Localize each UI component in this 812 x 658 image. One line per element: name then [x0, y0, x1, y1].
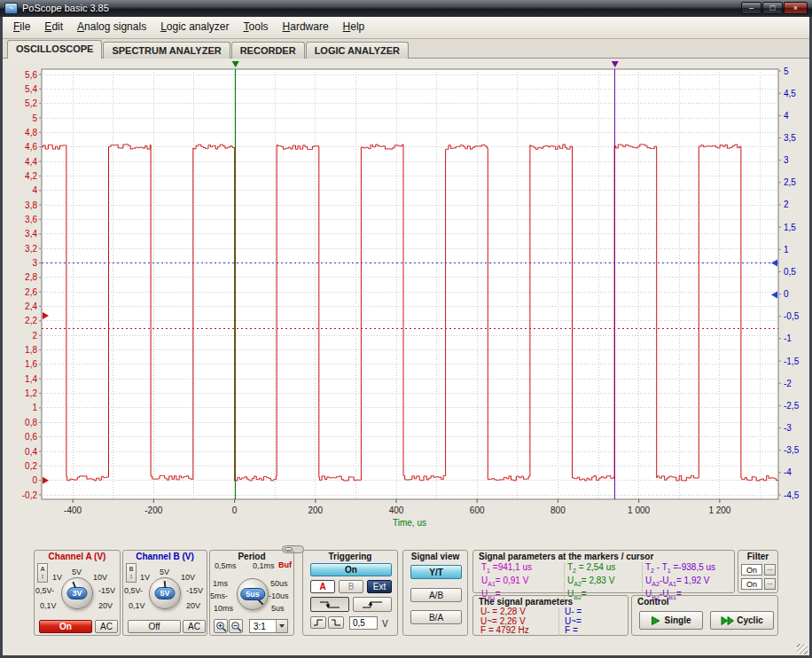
- svg-text:0,8: 0,8: [25, 418, 37, 427]
- svg-text:-4: -4: [784, 467, 792, 477]
- maximize-button[interactable]: □: [762, 2, 783, 14]
- zoom-ratio-select[interactable]: 3:1: [249, 619, 288, 633]
- x-axis-labels: -400-20002004006008001 0001 200: [64, 499, 731, 515]
- svg-text:1,6: 1,6: [25, 359, 37, 369]
- app-window: ~ PoScope basic 3.85 – □ × FileEditAnalo…: [0, 0, 812, 658]
- title-bar[interactable]: ~ PoScope basic 3.85 – □ ×: [0, 0, 812, 17]
- falling-edge-icon: [318, 599, 341, 610]
- magnifier-plus-icon: [215, 621, 227, 632]
- close-button[interactable]: ×: [784, 2, 808, 14]
- svg-text:1,4: 1,4: [25, 374, 37, 384]
- channel-b-coupling-button[interactable]: AC: [183, 620, 206, 633]
- filter-a-settings-button[interactable]: ...: [764, 564, 776, 576]
- trigger-source-b-button[interactable]: B: [339, 580, 363, 593]
- signal-param-line: F = 4792 Hz: [480, 626, 529, 636]
- view-ab-button[interactable]: A/B: [410, 588, 462, 602]
- triggering-group: Triggering On A B Ext 0,5 V: [302, 550, 398, 636]
- plot-frame: [42, 69, 778, 499]
- menu-item-edit[interactable]: Edit: [37, 17, 70, 38]
- trigger-slope-rising-button[interactable]: [353, 597, 392, 612]
- control-title: Control: [632, 597, 777, 607]
- knob-scale-label: 0,1ms: [253, 561, 275, 570]
- svg-text:5,6: 5,6: [25, 70, 37, 80]
- signal-params-channel-a: U- = 2,28 VU~= 2,26 VF = 4792 Hz: [480, 607, 529, 636]
- window-controls: – □ ×: [741, 2, 808, 14]
- channel-a-group: Channel A (V) A ↕ 5V 1V 10V 0,5V- -15V 0…: [34, 550, 121, 636]
- knob-scale-label: 5V: [160, 568, 169, 576]
- menu-item-tools[interactable]: Tools: [237, 17, 276, 38]
- tab-oscilloscope[interactable]: OSCILLOSCOPE: [7, 40, 102, 59]
- svg-text:5,4: 5,4: [25, 84, 37, 94]
- marker-param-value: UA2= 2,83 V: [564, 576, 642, 589]
- menu-item-file[interactable]: File: [6, 17, 37, 38]
- knob-scale-label: -10us: [269, 591, 289, 600]
- svg-text:2,5: 2,5: [784, 177, 796, 187]
- svg-text:5: 5: [784, 67, 789, 76]
- minimize-button[interactable]: –: [741, 2, 761, 14]
- window-resize-grip[interactable]: [797, 644, 808, 654]
- menu-item-hardware[interactable]: Hardware: [276, 17, 336, 38]
- tab-bar: OSCILLOSCOPESPECTRUM ANALYZERRECORDERLOG…: [3, 39, 809, 59]
- up-down-arrow-icon: ↕: [129, 573, 133, 579]
- period-value: 5us: [240, 588, 265, 600]
- channel-b-range-knob[interactable]: 5V: [149, 577, 181, 609]
- svg-text:-2: -2: [784, 379, 792, 388]
- knob-scale-label: 5ms-: [210, 591, 228, 600]
- svg-text:2,6: 2,6: [25, 287, 37, 297]
- svg-text:4: 4: [32, 185, 37, 195]
- svg-text:1,2: 1,2: [25, 388, 37, 398]
- view-ba-button[interactable]: B/A: [410, 610, 462, 624]
- svg-text:0: 0: [784, 289, 789, 299]
- svg-text:3,4: 3,4: [25, 229, 37, 239]
- period-knob[interactable]: 5us: [237, 578, 269, 610]
- channel-a-power-button[interactable]: On: [39, 620, 92, 633]
- svg-text:-0,2: -0,2: [22, 490, 38, 500]
- svg-text:-3,5: -3,5: [784, 445, 800, 455]
- channel-a-coupling-button[interactable]: AC: [95, 620, 118, 633]
- edge-up-icon: [313, 618, 324, 627]
- svg-text:0,6: 0,6: [25, 432, 37, 442]
- tab-spectrum-analyzer[interactable]: SPECTRUM ANALYZER: [103, 42, 230, 59]
- menu-item-analog-signals[interactable]: Analog signals: [70, 17, 153, 38]
- menu-item-logic-analyzer[interactable]: Logic analyzer: [153, 17, 236, 38]
- trigger-source-ext-button[interactable]: Ext: [367, 580, 392, 593]
- zoom-in-button[interactable]: [214, 619, 228, 633]
- zoom-out-button[interactable]: [229, 619, 243, 633]
- channel-b-power-button[interactable]: Off: [128, 620, 181, 633]
- trigger-level-unit: V: [382, 619, 388, 629]
- trigger-on-button[interactable]: On: [310, 563, 392, 576]
- filter-b-on-toggle[interactable]: On: [741, 578, 762, 590]
- channel-a-range-knob[interactable]: 3V: [61, 577, 93, 609]
- knob-scale-label: 10V: [181, 573, 195, 582]
- tab-recorder[interactable]: RECORDER: [231, 42, 305, 59]
- menu-item-help[interactable]: Help: [336, 17, 372, 38]
- svg-text:-1,5: -1,5: [784, 356, 800, 366]
- svg-text:1 000: 1 000: [628, 505, 650, 515]
- trigger-level-input[interactable]: 0,5: [349, 616, 378, 630]
- svg-text:1,5: 1,5: [784, 223, 796, 232]
- trigger-source-a-button[interactable]: A: [310, 580, 335, 593]
- channel-b-position-control[interactable]: B ↕: [126, 563, 137, 583]
- channel-a-position-control[interactable]: A ↕: [37, 563, 48, 583]
- filter-b-settings-button[interactable]: ...: [764, 578, 776, 590]
- knob-scale-label: -15V: [186, 586, 203, 595]
- cyclic-button[interactable]: Cyclic: [710, 611, 774, 630]
- svg-text:4,8: 4,8: [25, 128, 37, 137]
- marker-param-value: T1 =941,1 us: [479, 562, 564, 576]
- knob-scale-label: -15V: [98, 586, 115, 595]
- oscilloscope-plot[interactable]: 5,65,45,254,84,64,44,243,83,63,43,232,82…: [0, 59, 812, 548]
- filter-a-on-toggle[interactable]: On: [741, 564, 762, 576]
- trigger-level-mode-button[interactable]: [328, 616, 344, 629]
- tab-logic-analyzer[interactable]: LOGIC ANALYZER: [306, 42, 409, 59]
- marker-param-value: T2 = 2,54 us: [564, 562, 642, 576]
- up-down-arrow-icon: ↕: [41, 573, 44, 579]
- knob-scale-label: 0,5V-: [124, 586, 143, 595]
- view-yt-button[interactable]: Y/T: [410, 565, 462, 579]
- knob-scale-label: 10V: [93, 573, 107, 582]
- knob-scale-label: 0,5ms: [215, 561, 237, 570]
- svg-text:3,5: 3,5: [784, 133, 796, 143]
- trigger-edge-mode-button[interactable]: [310, 616, 326, 629]
- single-button[interactable]: Single: [639, 611, 703, 630]
- trigger-slope-falling-button[interactable]: [310, 597, 349, 612]
- marker-param-value: T2 - T1 =-938,5 us: [642, 562, 730, 576]
